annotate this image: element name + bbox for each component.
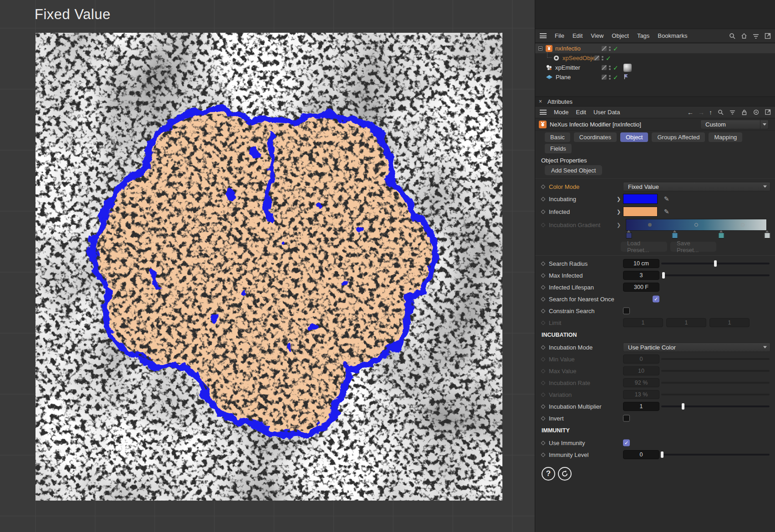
focus-target-icon[interactable] — [752, 109, 760, 116]
expand-chevron-icon[interactable]: ❯ — [617, 196, 621, 202]
tree-row-xpemitter[interactable]: xpEmitter ✓ — [535, 63, 775, 72]
enabled-check-icon[interactable]: ✓ — [606, 55, 611, 61]
search-radius-input[interactable]: 10 cm — [623, 259, 659, 268]
menu-object[interactable]: Object — [612, 32, 629, 39]
infected-lifespan-input[interactable]: 300 F — [623, 283, 659, 292]
tab-mapping[interactable]: Mapping — [709, 132, 742, 142]
object-name[interactable]: nxInfectio — [555, 45, 581, 52]
immunity-level-slider[interactable] — [661, 454, 770, 456]
search-icon[interactable] — [717, 109, 724, 116]
search-icon[interactable] — [729, 32, 736, 40]
gradient-knot[interactable] — [765, 233, 770, 238]
new-window-icon[interactable] — [764, 109, 771, 116]
tab-coordinates[interactable]: Coordinates — [574, 132, 617, 142]
viewport-canvas[interactable]: Fixed Value — [0, 0, 535, 532]
object-name[interactable]: xpEmitter — [555, 64, 580, 71]
keyframe-diamond-icon[interactable] — [541, 285, 546, 289]
menu-edit[interactable]: Edit — [576, 109, 586, 116]
preset-dropdown[interactable]: Custom — [700, 120, 769, 129]
layer-toggle-icon[interactable] — [594, 56, 599, 61]
visibility-dots-icon[interactable] — [609, 66, 611, 70]
visibility-dots-icon[interactable] — [609, 75, 611, 80]
incubation-multiplier-slider[interactable] — [661, 405, 770, 407]
gradient-bias-handle[interactable] — [648, 223, 652, 227]
keyframe-diamond-icon[interactable] — [541, 261, 546, 266]
new-window-icon[interactable] — [764, 32, 771, 40]
keyframe-diamond-icon[interactable] — [541, 404, 546, 409]
close-icon[interactable]: × — [539, 98, 542, 105]
menu-user-data[interactable]: User Data — [593, 109, 620, 116]
slider-knob[interactable] — [662, 272, 665, 279]
max-infected-slider[interactable] — [661, 274, 770, 276]
keyframe-diamond-icon[interactable] — [541, 297, 546, 301]
slider-knob[interactable] — [682, 403, 684, 410]
layer-toggle-icon[interactable] — [602, 46, 607, 51]
enabled-check-icon[interactable]: ✓ — [613, 74, 618, 81]
invert-checkbox[interactable]: ✓ — [623, 415, 630, 422]
visibility-dots-icon[interactable] — [602, 56, 603, 61]
infected-color-swatch[interactable] — [623, 207, 658, 217]
tab-object[interactable]: Object — [620, 132, 648, 142]
keyframe-diamond-icon[interactable] — [541, 452, 546, 457]
keyframe-diamond-icon[interactable] — [541, 209, 546, 214]
gradient-knot[interactable] — [719, 233, 724, 238]
help-icon[interactable]: ? — [542, 467, 555, 481]
tab-basic[interactable]: Basic — [545, 132, 570, 142]
gradient-knot[interactable] — [626, 233, 632, 238]
tree-row-nxinfectio[interactable]: nxInfectio ✓ — [535, 44, 775, 53]
gradient-knot[interactable] — [672, 233, 678, 238]
layer-toggle-icon[interactable] — [602, 75, 607, 80]
search-nearest-checkbox[interactable]: ✓ — [653, 296, 659, 303]
menu-file[interactable]: File — [555, 32, 564, 39]
menu-edit[interactable]: Edit — [572, 32, 583, 39]
slider-knob[interactable] — [661, 451, 664, 458]
add-seed-object-button[interactable]: Add Seed Object — [545, 165, 602, 175]
menu-tags[interactable]: Tags — [637, 32, 649, 39]
keyframe-diamond-icon[interactable] — [541, 416, 546, 421]
eyedropper-icon[interactable]: ✎ — [664, 208, 669, 215]
menu-mode[interactable]: Mode — [554, 109, 569, 116]
slider-knob[interactable] — [714, 260, 717, 267]
keyframe-diamond-icon[interactable] — [541, 184, 546, 189]
material-thumbnail[interactable] — [623, 64, 632, 72]
lock-icon[interactable] — [740, 109, 748, 116]
tab-fields[interactable]: Fields — [545, 144, 572, 153]
expand-chevron-icon[interactable]: ❯ — [617, 222, 621, 228]
collapse-icon[interactable] — [538, 46, 542, 51]
home-icon[interactable] — [740, 32, 748, 40]
incubating-color-swatch[interactable] — [623, 194, 658, 204]
use-immunity-checkbox[interactable]: ✓ — [623, 440, 630, 446]
enabled-check-icon[interactable]: ✓ — [613, 65, 618, 71]
filter-icon[interactable] — [729, 109, 736, 116]
reset-icon[interactable] — [558, 467, 572, 481]
enabled-check-icon[interactable]: ✓ — [613, 46, 618, 52]
filter-icon[interactable] — [752, 32, 760, 40]
hamburger-icon[interactable] — [540, 110, 547, 115]
tree-row-xpseedobject[interactable]: xpSeedObject ✓ — [535, 53, 775, 63]
keyframe-diamond-icon[interactable] — [541, 273, 546, 278]
keyframe-diamond-icon[interactable] — [541, 197, 546, 201]
forward-arrow-icon[interactable]: → — [698, 109, 704, 116]
tab-groups-affected[interactable]: Groups Affected — [652, 132, 705, 142]
gradient-bias-handle[interactable] — [741, 223, 745, 227]
tag-icon[interactable] — [623, 74, 629, 81]
chevron-down-icon[interactable] — [760, 120, 768, 129]
menu-bookmarks[interactable]: Bookmarks — [658, 32, 687, 39]
keyframe-diamond-icon[interactable] — [541, 309, 546, 313]
incubation-multiplier-input[interactable]: 1 — [623, 402, 659, 411]
incubation-mode-dropdown[interactable]: Use Particle Color — [623, 343, 770, 352]
visibility-dots-icon[interactable] — [609, 46, 611, 51]
up-arrow-icon[interactable]: ↑ — [709, 109, 712, 116]
search-radius-slider[interactable] — [661, 263, 770, 264]
hamburger-icon[interactable] — [540, 33, 547, 38]
gradient-bar[interactable] — [626, 219, 767, 231]
max-infected-input[interactable]: 3 — [623, 271, 659, 280]
gradient-bias-handle[interactable] — [694, 223, 698, 227]
immunity-level-input[interactable]: 0 — [623, 450, 659, 459]
tree-row-plane[interactable]: Plane ✓ — [535, 72, 775, 82]
keyframe-diamond-icon[interactable] — [541, 345, 546, 350]
color-mode-dropdown[interactable]: Fixed Value — [623, 182, 770, 192]
expand-chevron-icon[interactable]: ❯ — [617, 209, 621, 215]
back-arrow-icon[interactable]: ← — [687, 109, 694, 116]
object-name[interactable]: Plane — [556, 74, 571, 81]
